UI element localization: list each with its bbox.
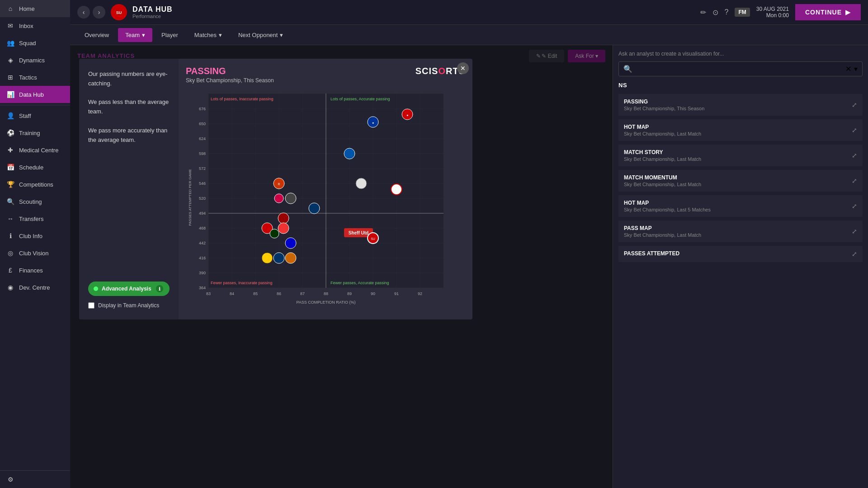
- subnav: Overview Team ▾ Player Matches ▾ Next Op…: [70, 25, 868, 45]
- viz-match-story[interactable]: MATCH STORY Sky Bet Championship, Last M…: [618, 145, 863, 166]
- scouting-icon: 🔍: [6, 197, 14, 206]
- sidebar-item-label: Tactics: [19, 74, 37, 81]
- left-panel: TEAM ANALYTICS ✎ ✎ Edit Ask For ▾ ✕: [70, 45, 613, 488]
- team-dot: [270, 229, 279, 238]
- subnav-team[interactable]: Team ▾: [118, 28, 152, 42]
- sidebar-item-competitions[interactable]: 🏆 Competitions: [0, 176, 70, 193]
- finances-icon: £: [6, 266, 14, 274]
- sidebar-item-schedule[interactable]: 📅 Schedule: [0, 159, 70, 176]
- topbar-icons: ✏ ⊙ ? FM 30 AUG 2021 Mon 0:00 CONTINUE ▶: [700, 4, 861, 20]
- passing-modal: ✕ Our passing numbers are eye-catching. …: [79, 59, 472, 319]
- team-dot: [344, 148, 355, 159]
- sidebar-item-dynamics[interactable]: ◈ Dynamics: [0, 52, 70, 69]
- sidebar-item-medical[interactable]: ✚ Medical Centre: [0, 141, 70, 159]
- sidebar-item-clubvision[interactable]: ◎ Club Vision: [0, 244, 70, 262]
- clear-icon[interactable]: ✕: [845, 65, 851, 73]
- scatter-svg: Lots of passes, Inaccurate passing Lots …: [186, 89, 448, 310]
- pencil-icon[interactable]: ✏: [700, 8, 706, 17]
- sidebar-item-label: Dynamics: [19, 57, 45, 64]
- sidebar-item-squad[interactable]: 👥 Squad: [0, 34, 70, 52]
- subnav-next-opponent[interactable]: Next Opponent ▾: [231, 28, 290, 42]
- display-label: Display in Team Analytics: [98, 302, 159, 309]
- sidebar-item-transfers[interactable]: ↔ Transfers: [0, 210, 70, 227]
- expand-icon[interactable]: ⤢: [852, 101, 857, 108]
- inbox-icon: ✉: [6, 22, 14, 30]
- svg-text:520: 520: [199, 196, 206, 201]
- help-circle-icon[interactable]: ⊙: [712, 8, 718, 17]
- status-dot: [94, 286, 98, 291]
- scatter-chart: Lots of passes, Inaccurate passing Lots …: [186, 89, 465, 312]
- sidebar-item-label: Finances: [19, 267, 43, 274]
- viz-momentum[interactable]: MATCH MOMENTUM Sky Bet Championship, Las…: [618, 170, 863, 192]
- viz-passes-attempted[interactable]: PASSES ATTEMPTED ⤢: [618, 246, 863, 262]
- viz-title: MATCH STORY: [624, 149, 701, 155]
- clubinfo-icon: ℹ: [6, 232, 14, 240]
- training-icon: ⚽: [6, 129, 14, 137]
- svg-text:92: 92: [418, 291, 422, 296]
- expand-icon[interactable]: ⤢: [852, 228, 857, 235]
- sidebar-item-datahub[interactable]: 📊 Data Hub: [0, 86, 70, 103]
- sidebar-item-training[interactable]: ⚽ Training: [0, 124, 70, 141]
- subnav-player[interactable]: Player: [154, 28, 185, 42]
- quadrant-top-right-label: Lots of passes, Accurate passing: [330, 97, 390, 101]
- svg-text:364: 364: [199, 286, 206, 290]
- search-input[interactable]: [635, 66, 843, 72]
- viz-hotmap5[interactable]: HOT MAP Sky Bet Championship, Last 5 Mat…: [618, 195, 863, 217]
- svg-text:676: 676: [199, 107, 206, 111]
- sidebar-item-tactics[interactable]: ⊞ Tactics: [0, 69, 70, 86]
- expand-icon[interactable]: ⤢: [852, 152, 857, 159]
- sidebar-item-label: Transfers: [19, 216, 43, 222]
- viz-item-info: PASSES ATTEMPTED: [624, 250, 679, 258]
- sidebar-item-inbox[interactable]: ✉ Inbox: [0, 17, 70, 34]
- viz-passing[interactable]: PASSING Sky Bet Championship, This Seaso…: [618, 94, 863, 116]
- svg-text:91: 91: [394, 291, 399, 296]
- svg-text:●: ●: [406, 113, 408, 117]
- search-bar[interactable]: 🔍 ✕ ▾: [618, 61, 863, 76]
- subnav-matches[interactable]: Matches ▾: [187, 28, 229, 42]
- sidebar-item-devcentre[interactable]: ◉ Dev. Centre: [0, 279, 70, 296]
- clubvision-icon: ◎: [6, 249, 14, 257]
- continue-button[interactable]: CONTINUE ▶: [795, 4, 861, 20]
- expand-icon[interactable]: ⤢: [852, 202, 857, 210]
- sidebar-item-label: Scouting: [19, 198, 42, 205]
- team-dot: [274, 253, 284, 263]
- transfers-icon: ↔: [6, 215, 14, 223]
- sidebar-item-finances[interactable]: £ Finances: [0, 262, 70, 279]
- sidebar-item-staff[interactable]: 👤 Staff: [0, 107, 70, 124]
- quadrant-top-left-label: Lots of passes, Inaccurate passing: [211, 97, 274, 101]
- subnav-overview[interactable]: Overview: [77, 28, 116, 42]
- sidebar-settings[interactable]: ⚙: [0, 471, 70, 488]
- expand-icon[interactable]: ⤢: [852, 250, 857, 258]
- svg-text:390: 390: [199, 271, 206, 275]
- back-button[interactable]: ‹: [77, 6, 90, 19]
- viz-item-info: HOT MAP Sky Bet Championship, Last 5 Mat…: [624, 200, 711, 212]
- viz-passmap[interactable]: PASS MAP Sky Bet Championship, Last Matc…: [618, 221, 863, 242]
- sidebar-item-label: Staff: [19, 113, 31, 119]
- team-dot: [278, 223, 289, 234]
- expand-icon[interactable]: ▾: [854, 65, 858, 73]
- modal-left-panel: Our passing numbers are eye-catching. We…: [79, 59, 179, 319]
- sheff-utd-label: Sheff Utd: [349, 230, 368, 235]
- svg-text:84: 84: [230, 291, 234, 296]
- expand-icon[interactable]: ⤢: [852, 127, 857, 134]
- viz-subtitle: Sky Bet Championship, Last Match: [624, 131, 701, 136]
- svg-text:572: 572: [199, 166, 206, 171]
- modal-close-button[interactable]: ✕: [457, 62, 469, 74]
- nav-arrows: ‹ ›: [77, 6, 105, 19]
- sidebar-item-label: Inbox: [19, 23, 33, 29]
- viz-hotmap[interactable]: HOT MAP Sky Bet Championship, Last Match…: [618, 119, 863, 141]
- sidebar-item-scouting[interactable]: 🔍 Scouting: [0, 193, 70, 210]
- main-content: ‹ › SU DATA HUB Performance ✏ ⊙ ? FM 30 …: [70, 0, 868, 488]
- right-panel: Ask an analyst to create a visualisation…: [613, 45, 868, 488]
- display-checkbox[interactable]: [88, 302, 94, 309]
- svg-text:86: 86: [277, 291, 281, 296]
- viz-title: HOT MAP: [624, 200, 711, 206]
- sidebar-item-home[interactable]: ⌂ Home: [0, 0, 70, 17]
- team-dot: [309, 203, 320, 214]
- question-icon[interactable]: ?: [725, 8, 729, 16]
- sidebar-item-label: Dev. Centre: [19, 284, 50, 291]
- expand-icon[interactable]: ⤢: [852, 177, 857, 184]
- forward-button[interactable]: ›: [93, 6, 105, 19]
- sidebar-item-clubinfo[interactable]: ℹ Club Info: [0, 227, 70, 244]
- advanced-analysis-button[interactable]: Advanced Analysis ℹ: [88, 282, 170, 296]
